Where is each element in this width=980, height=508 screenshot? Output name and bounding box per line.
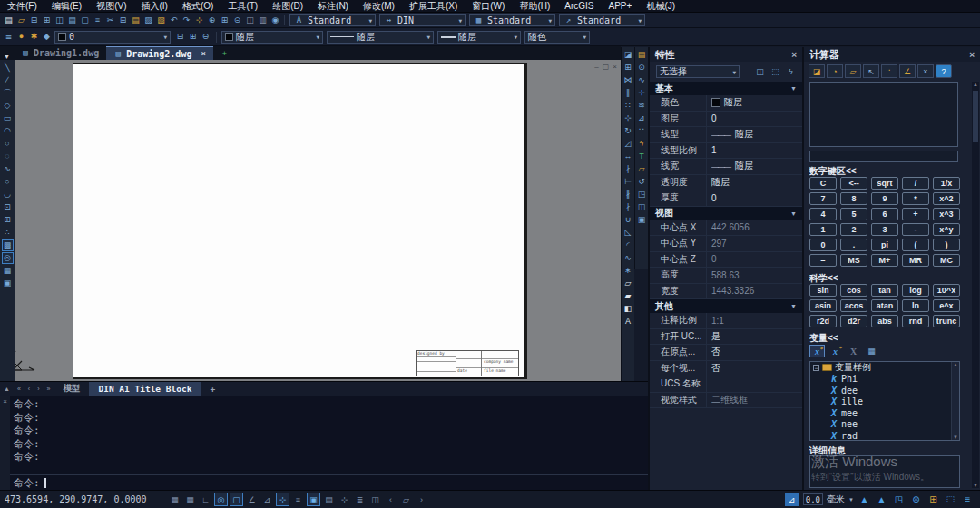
- selection-combo[interactable]: 无选择 ▼: [656, 65, 740, 78]
- snap-mode-icon[interactable]: ▦: [183, 493, 197, 506]
- object-snap-tracking-icon[interactable]: ∠: [245, 493, 259, 506]
- calculator-key[interactable]: 3: [871, 223, 898, 236]
- text-edit-icon[interactable]: T: [636, 151, 648, 162]
- variables-folder-row[interactable]: − 变量样例: [810, 362, 959, 374]
- make-current-layer-icon[interactable]: ⊟: [174, 31, 186, 43]
- calculator-key[interactable]: 5: [840, 208, 867, 220]
- window-control-icon[interactable]: –: [594, 63, 598, 71]
- command-prompt[interactable]: 命令:: [10, 474, 648, 490]
- calculator-key[interactable]: cos: [840, 284, 867, 297]
- dynamic-input-icon[interactable]: ⊹: [276, 493, 289, 506]
- calculator-key[interactable]: (: [902, 239, 929, 251]
- clear-icon[interactable]: ◪: [808, 64, 825, 78]
- calculator-key[interactable]: x^2: [933, 192, 960, 205]
- property-value[interactable]: [706, 376, 802, 392]
- new-variable-icon[interactable]: x: [809, 345, 825, 357]
- calculator-key[interactable]: acos: [840, 299, 867, 312]
- mtext-icon[interactable]: ▣: [2, 278, 14, 289]
- make-block-icon[interactable]: ⊞: [2, 214, 14, 226]
- layer-freeze-icon[interactable]: ✱: [28, 31, 40, 43]
- close-icon[interactable]: ×: [791, 50, 797, 60]
- break-point-icon[interactable]: ∦: [622, 189, 634, 200]
- menu-item[interactable]: 文件(F): [0, 0, 44, 13]
- named-views-icon[interactable]: ▥: [257, 15, 269, 26]
- ortho-mode-icon[interactable]: ∟: [199, 493, 212, 506]
- bring-front-icon[interactable]: ▱: [622, 278, 634, 289]
- calculator-key[interactable]: 0: [809, 239, 837, 251]
- property-value[interactable]: 是: [706, 329, 802, 345]
- calculator-key[interactable]: r2d: [809, 315, 837, 327]
- property-value[interactable]: 0: [706, 112, 802, 127]
- help-icon[interactable]: ?: [936, 64, 952, 78]
- toggle-pickadd-icon[interactable]: ϟ: [784, 65, 798, 79]
- section-header-misc[interactable]: 其他 ▼: [650, 299, 802, 313]
- spline-edit-icon[interactable]: ⊹: [636, 87, 648, 99]
- color-combo[interactable]: 随层 ▼: [221, 31, 323, 44]
- layout-tab[interactable]: DIN A1 Title Block: [89, 382, 201, 396]
- brush-icon[interactable]: ▧: [155, 15, 167, 26]
- calculator-key[interactable]: x^y: [933, 223, 960, 236]
- rectangle-icon[interactable]: ▭: [2, 112, 14, 124]
- intersection-icon[interactable]: ×: [917, 64, 934, 78]
- text-style-combo[interactable]: A Standard ▼: [289, 14, 376, 26]
- calculator-key[interactable]: 7: [809, 192, 837, 205]
- menu-item[interactable]: 窗口(W): [465, 0, 512, 13]
- auto-scale-icon[interactable]: ▲: [875, 493, 888, 506]
- calculator-key[interactable]: 1/x: [933, 177, 960, 190]
- property-value[interactable]: 随层: [706, 95, 802, 111]
- property-value[interactable]: 否: [706, 345, 802, 360]
- collapse-icon[interactable]: −: [813, 365, 819, 371]
- arc-3point-icon[interactable]: ◠: [2, 125, 14, 137]
- variable-item[interactable]: X dee: [810, 385, 959, 396]
- save-icon[interactable]: ⊟: [28, 15, 40, 26]
- calculator-key[interactable]: 8: [840, 192, 867, 205]
- donut-icon[interactable]: ◎: [2, 252, 14, 264]
- model-paper-icon[interactable]: ◫: [368, 493, 382, 506]
- paste-to-cmdline-icon[interactable]: ▱: [845, 64, 861, 78]
- undo-icon[interactable]: ↶: [168, 15, 180, 26]
- stretch-icon[interactable]: ↔: [622, 151, 634, 162]
- ellipse-icon[interactable]: ○: [2, 176, 14, 188]
- property-value[interactable]: 随层: [706, 175, 802, 190]
- annotation-scale-icon[interactable]: ⊿: [785, 493, 799, 506]
- open-icon[interactable]: ▱: [15, 15, 27, 26]
- calculator-key[interactable]: 10^x: [933, 284, 960, 297]
- circle-icon[interactable]: ○: [2, 138, 14, 150]
- property-value[interactable]: 二维线框: [706, 393, 802, 408]
- calculator-input[interactable]: [809, 151, 958, 162]
- property-value[interactable]: 1443.3326: [706, 284, 802, 299]
- calculator-key[interactable]: log: [902, 284, 929, 297]
- layer-properties-icon[interactable]: ≣: [3, 31, 15, 43]
- menu-item[interactable]: ArcGIS: [557, 1, 601, 11]
- calculator-key[interactable]: MC: [933, 254, 960, 267]
- property-value[interactable]: 297: [706, 236, 802, 251]
- arc-icon[interactable]: ⌒: [2, 87, 14, 99]
- layer-combo[interactable]: 0 ▼: [54, 31, 171, 44]
- scale-icon[interactable]: ◿: [622, 138, 634, 150]
- status-menu-icon[interactable]: ≡: [961, 493, 975, 506]
- attach-icon[interactable]: ▱: [636, 163, 648, 175]
- explode-icon[interactable]: ∗: [622, 265, 634, 277]
- calculator-key[interactable]: <--: [840, 177, 867, 190]
- settings-gear-icon[interactable]: ⊛: [909, 493, 923, 506]
- scientific-section-label[interactable]: 科学<<: [809, 272, 838, 285]
- calculator-key[interactable]: MS: [840, 254, 867, 267]
- edit-variable-icon[interactable]: x: [828, 345, 843, 357]
- layer-previous-icon[interactable]: ⊖: [200, 31, 211, 43]
- close-icon[interactable]: ×: [969, 50, 975, 60]
- menu-item[interactable]: APP+: [602, 1, 640, 11]
- publish-icon[interactable]: ≡: [92, 15, 103, 26]
- calculator-key[interactable]: ln: [902, 299, 929, 312]
- help-globe-icon[interactable]: ◉: [270, 15, 281, 26]
- table-icon[interactable]: ▦: [2, 265, 14, 277]
- trim-icon[interactable]: ∤: [622, 163, 634, 175]
- chamfer-icon[interactable]: ◺: [622, 227, 634, 239]
- document-tab[interactable]: ▤ Drawing2.dwg ×: [106, 46, 213, 60]
- layer-on-icon[interactable]: ●: [15, 31, 27, 43]
- model-tab[interactable]: 模型: [54, 382, 89, 396]
- calculator-key[interactable]: atan: [871, 299, 898, 312]
- annotation-monitor-icon[interactable]: ≣: [353, 493, 367, 506]
- chevron-down-icon[interactable]: ▼: [848, 497, 854, 503]
- ellipse-arc-icon[interactable]: ◡: [2, 189, 14, 200]
- history-icon[interactable]: ◔: [827, 64, 843, 78]
